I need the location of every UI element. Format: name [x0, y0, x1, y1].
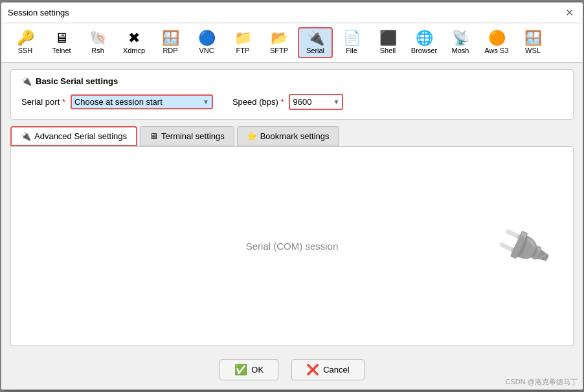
- tab-terminal[interactable]: 🖥 Terminal settings: [140, 126, 234, 146]
- watermark: CSDN @洛克希德马丁: [506, 377, 578, 387]
- proto-rsh[interactable]: 🐚 Rsh: [80, 27, 115, 58]
- proto-vnc[interactable]: 🔵 VNC: [189, 27, 224, 58]
- rdp-icon: 🪟: [162, 31, 179, 45]
- proto-sftp-label: SFTP: [270, 47, 288, 54]
- dialog-title: Session settings: [8, 8, 69, 17]
- proto-wsl[interactable]: 🪟 WSL: [515, 27, 550, 58]
- file-icon: 📄: [343, 31, 361, 45]
- ok-icon: ✅: [234, 364, 247, 376]
- aws-s3-icon: 🟠: [488, 31, 506, 45]
- sftp-icon: 📂: [271, 31, 288, 45]
- speed-required: *: [280, 97, 284, 107]
- proto-mosh[interactable]: 📡 Mosh: [443, 27, 478, 58]
- bookmark-tab-label: Bookmark settings: [260, 131, 330, 141]
- tabs-container: 🔌 Advanced Serial settings 🖥 Terminal se…: [10, 126, 574, 346]
- proto-ssh-label: SSH: [18, 47, 33, 54]
- bookmark-tab-icon: ⭐: [247, 131, 257, 141]
- proto-telnet[interactable]: 🖥 Telnet: [44, 27, 79, 58]
- serial-port-chevron: ▼: [203, 98, 209, 105]
- proto-browser[interactable]: 🌐 Browser: [407, 27, 442, 58]
- serial-icon: 🔌: [307, 31, 324, 45]
- terminal-tab-icon: 🖥: [150, 131, 158, 141]
- tab-content-area: Serial (COM) session 🔌: [10, 146, 574, 346]
- serial-port-select[interactable]: Choose at session start ▼: [71, 94, 213, 109]
- proto-shell-label: Shell: [380, 47, 396, 54]
- serial-large-icon: 🔌: [492, 216, 554, 276]
- serial-port-label: Serial port *: [21, 97, 65, 107]
- tabs-bar: 🔌 Advanced Serial settings 🖥 Terminal se…: [10, 126, 574, 146]
- proto-xdmcp-label: Xdmcp: [123, 47, 145, 54]
- proto-xdmcp[interactable]: ✖ Xdmcp: [117, 27, 152, 58]
- speed-chevron: ▼: [333, 98, 340, 105]
- speed-label: Speed (bps) *: [232, 97, 284, 107]
- proto-serial[interactable]: 🔌 Serial: [298, 27, 333, 58]
- basic-serial-section: 🔌 Basic Serial settings Serial port * Ch…: [10, 69, 574, 120]
- cancel-icon: ❌: [306, 364, 319, 376]
- proto-sftp[interactable]: 📂 SFTP: [262, 27, 297, 58]
- footer: ✅ OK ❌ Cancel: [1, 353, 583, 389]
- tab-bookmark[interactable]: ⭐ Bookmark settings: [237, 126, 339, 146]
- proto-ssh[interactable]: 🔑 SSH: [8, 27, 43, 58]
- proto-aws-s3-label: Aws S3: [484, 47, 508, 54]
- ok-button[interactable]: ✅ OK: [219, 359, 278, 380]
- speed-wrapper: 9600 ▼: [289, 94, 343, 110]
- serial-port-required: *: [62, 97, 65, 107]
- close-button[interactable]: ✕: [563, 6, 576, 19]
- speed-select[interactable]: 9600 ▼: [290, 95, 342, 109]
- mosh-icon: 📡: [452, 31, 469, 45]
- advanced-tab-icon: 🔌: [21, 131, 31, 141]
- session-settings-dialog: Session settings ✕ 🔑 SSH 🖥 Telnet 🐚 Rsh …: [1, 2, 583, 390]
- content-area: 🔌 Basic Serial settings Serial port * Ch…: [1, 63, 583, 353]
- proto-rdp[interactable]: 🪟 RDP: [153, 27, 188, 58]
- telnet-icon: 🖥: [54, 31, 69, 45]
- serial-port-value: Choose at session start: [74, 97, 163, 107]
- shell-icon: ⬛: [379, 31, 397, 45]
- wsl-icon: 🪟: [524, 31, 542, 45]
- xdmcp-icon: ✖: [128, 31, 140, 45]
- cancel-label: Cancel: [323, 365, 349, 375]
- proto-browser-label: Browser: [411, 47, 437, 54]
- rsh-icon: 🐚: [89, 31, 107, 45]
- proto-mosh-label: Mosh: [452, 47, 469, 54]
- cancel-button[interactable]: ❌ Cancel: [291, 359, 364, 380]
- proto-file-label: File: [346, 47, 357, 54]
- tab-advanced[interactable]: 🔌 Advanced Serial settings: [10, 126, 137, 146]
- proto-ftp[interactable]: 📁 FTP: [225, 27, 260, 58]
- basic-section-label: Basic Serial settings: [36, 76, 118, 86]
- protocol-bar: 🔑 SSH 🖥 Telnet 🐚 Rsh ✖ Xdmcp 🪟 RDP 🔵 VNC…: [1, 23, 583, 63]
- proto-rsh-label: Rsh: [91, 47, 104, 54]
- proto-vnc-label: VNC: [199, 47, 214, 54]
- basic-section-title: 🔌 Basic Serial settings: [21, 76, 563, 86]
- ok-label: OK: [251, 365, 264, 375]
- vnc-icon: 🔵: [198, 31, 216, 45]
- proto-telnet-label: Telnet: [52, 47, 71, 54]
- proto-shell[interactable]: ⬛ Shell: [370, 27, 405, 58]
- speed-group: Speed (bps) * 9600 ▼: [232, 94, 344, 110]
- proto-rdp-label: RDP: [163, 47, 177, 54]
- terminal-tab-label: Terminal settings: [161, 131, 225, 141]
- proto-serial-label: Serial: [306, 47, 324, 54]
- serial-placeholder: Serial (COM) session: [246, 241, 339, 252]
- ftp-icon: 📁: [234, 31, 252, 45]
- basic-section-icon: 🔌: [21, 76, 32, 86]
- proto-aws-s3[interactable]: 🟠 Aws S3: [479, 27, 514, 58]
- serial-port-group: Serial port * Choose at session start ▼: [21, 94, 213, 109]
- title-bar: Session settings ✕: [1, 3, 583, 23]
- ssh-icon: 🔑: [17, 31, 34, 45]
- proto-file[interactable]: 📄 File: [334, 27, 369, 58]
- proto-wsl-label: WSL: [525, 47, 541, 54]
- proto-ftp-label: FTP: [236, 47, 250, 54]
- serial-placeholder-text: Serial (COM) session: [246, 241, 339, 252]
- speed-value: 9600: [293, 97, 311, 107]
- basic-form-row: Serial port * Choose at session start ▼ …: [21, 94, 563, 110]
- browser-icon: 🌐: [416, 31, 433, 45]
- advanced-tab-label: Advanced Serial settings: [34, 131, 127, 141]
